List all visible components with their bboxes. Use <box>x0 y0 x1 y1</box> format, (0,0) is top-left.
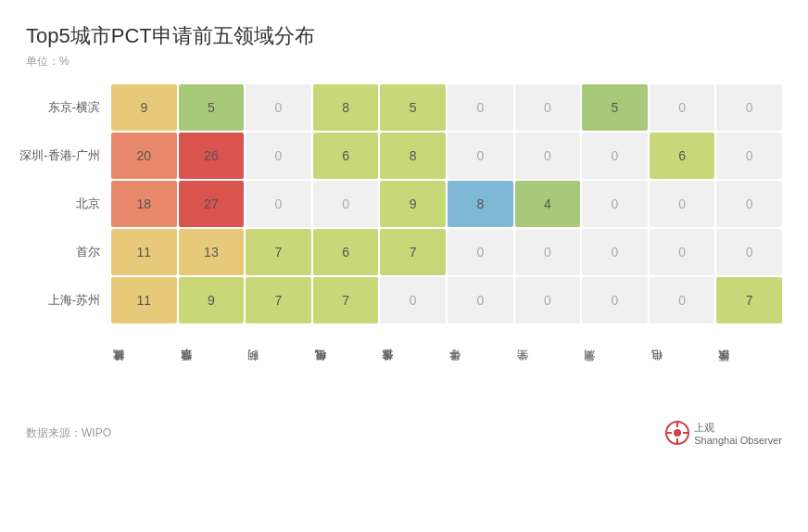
heatmap-cell: 7 <box>246 277 311 323</box>
col-label: 电气机械 <box>313 331 379 414</box>
footer: 数据来源：WIPO 上观Shanghai Observer <box>26 420 782 446</box>
heatmap-cell: 0 <box>582 181 648 227</box>
heatmap-cell: 4 <box>515 181 581 227</box>
heatmap-cell: 0 <box>246 133 311 179</box>
heatmap-cell: 7 <box>246 229 311 275</box>
col-label: 医学技术 <box>716 331 782 414</box>
row-label: 上海-苏州 <box>26 277 109 323</box>
heatmap-cell: 11 <box>111 277 177 323</box>
row-label: 深圳-香港-广州 <box>26 133 109 179</box>
heatmap-cell: 0 <box>650 277 715 323</box>
heatmap-cell: 0 <box>515 84 581 131</box>
heatmap-cell: 0 <box>582 229 648 275</box>
heatmap-cell: 26 <box>179 133 245 179</box>
heatmap-grid: 东京-横滨9508500500深圳-香港-广州202606800060北京182… <box>26 84 782 323</box>
heatmap-cell: 0 <box>380 277 446 323</box>
heatmap-cell: 0 <box>448 84 513 131</box>
row-label: 首尔 <box>26 229 109 275</box>
page-title: Top5城市PCT申请前五领域分布 <box>26 22 782 50</box>
heatmap-cell: 0 <box>582 133 648 179</box>
heatmap-cell: 0 <box>650 229 715 275</box>
heatmap-cell: 0 <box>716 229 782 275</box>
heatmap-cell: 6 <box>313 133 379 179</box>
col-label: 计算机技术 <box>111 331 177 414</box>
heatmap-cell: 0 <box>448 229 513 275</box>
heatmap-cell: 0 <box>448 277 513 323</box>
heatmap-cell: 6 <box>313 229 379 275</box>
heatmap-cell: 18 <box>111 181 177 227</box>
heatmap-cell: 0 <box>650 181 715 227</box>
heatmap-cell: 8 <box>380 133 446 179</box>
heatmap-cell: 7 <box>716 277 782 323</box>
heatmap-cell: 9 <box>179 277 245 323</box>
col-label: 半导体 <box>448 331 513 414</box>
heatmap-cell: 8 <box>448 181 513 227</box>
heatmap-cell: 6 <box>650 133 715 179</box>
logo: 上观Shanghai Observer <box>664 420 782 446</box>
heatmap-cell: 13 <box>179 229 245 275</box>
heatmap-cell: 0 <box>448 133 513 179</box>
heatmap-cell: 0 <box>515 133 581 179</box>
heatmap-cell: 0 <box>313 181 379 227</box>
data-source-label: 数据来源：WIPO <box>26 425 111 441</box>
heatmap-cell: 5 <box>582 84 648 131</box>
col-label: 音像技术 <box>380 331 446 414</box>
col-label: 光学 <box>515 331 581 414</box>
heatmap-cell: 27 <box>179 181 245 227</box>
heatmap-cell: 5 <box>380 84 446 131</box>
row-label: 北京 <box>26 181 109 227</box>
chart-area: 东京-横滨9508500500深圳-香港-广州202606800060北京182… <box>26 84 782 414</box>
col-label: 电信 <box>650 331 715 414</box>
heatmap-cell: 0 <box>246 181 311 227</box>
heatmap-cell: 9 <box>380 181 446 227</box>
logo-icon <box>664 420 690 446</box>
unit-label: 单位：% <box>26 54 782 70</box>
col-label: 制药 <box>246 331 311 414</box>
heatmap-cell: 11 <box>111 229 177 275</box>
heatmap-cell: 20 <box>111 133 177 179</box>
heatmap-cell: 7 <box>313 277 379 323</box>
heatmap-cell: 0 <box>515 277 581 323</box>
row-label: 东京-横滨 <box>26 84 109 131</box>
heatmap-cell: 0 <box>582 277 648 323</box>
heatmap-cell: 0 <box>716 181 782 227</box>
heatmap-cell: 0 <box>246 84 311 131</box>
heatmap-cell: 5 <box>179 84 245 131</box>
heatmap-cell: 0 <box>716 84 782 131</box>
heatmap-cell: 8 <box>313 84 379 131</box>
svg-point-1 <box>674 429 681 437</box>
heatmap-cell: 0 <box>515 229 581 275</box>
col-label: 测量 <box>582 331 648 414</box>
col-label: 数字通信 <box>179 331 245 414</box>
heatmap-cell: 0 <box>650 84 715 131</box>
heatmap-cell: 7 <box>380 229 446 275</box>
heatmap-cell: 0 <box>716 133 782 179</box>
column-labels: 计算机技术数字通信制药电气机械音像技术半导体光学测量电信医学技术 <box>26 331 782 414</box>
heatmap-cell: 9 <box>111 84 177 131</box>
col-label-spacer <box>26 331 109 414</box>
logo-text: 上观Shanghai Observer <box>694 421 782 446</box>
